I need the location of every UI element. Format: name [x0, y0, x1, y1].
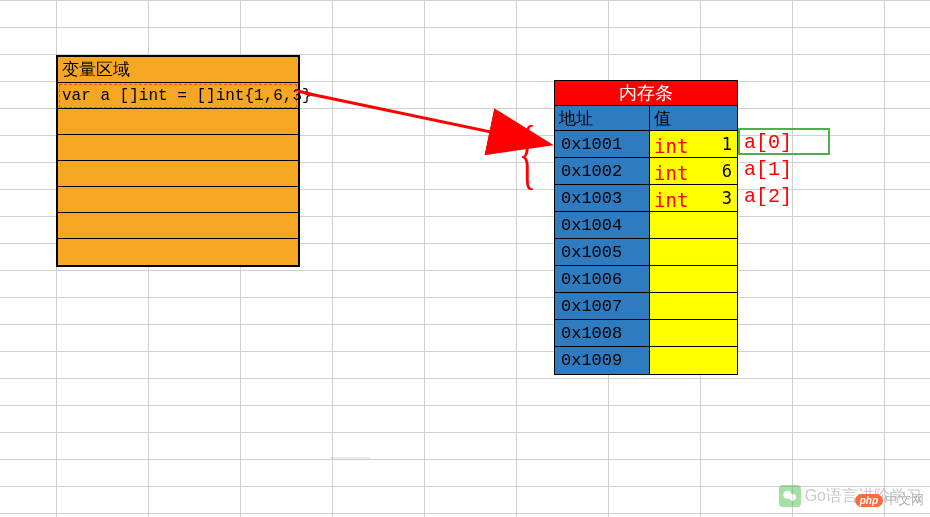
variable-region-block: 变量区域 var a []int = []int{1,6,3} — [56, 55, 300, 267]
watermark-site-text: 中文网 — [885, 491, 924, 509]
memory-table-title: 内存条 — [555, 81, 737, 106]
array-index-label: a[2] — [744, 185, 792, 208]
memory-row: 0x1007 — [555, 293, 737, 320]
memory-row: 0x1005 — [555, 239, 737, 266]
variable-region-title: 变量区域 — [58, 57, 298, 83]
memory-value-number: 3 — [722, 188, 732, 208]
memory-value — [650, 347, 737, 374]
memory-value: int 3 — [650, 185, 737, 212]
memory-address: 0x1002 — [555, 158, 650, 185]
brace-icon: { — [519, 110, 536, 200]
memory-row: 0x1008 — [555, 320, 737, 347]
memory-row: 0x1004 — [555, 212, 737, 239]
memory-address: 0x1009 — [555, 347, 650, 374]
wechat-icon — [779, 485, 801, 507]
memory-col-value: 值 — [650, 106, 737, 131]
memory-address: 0x1003 — [555, 185, 650, 212]
memory-value — [650, 239, 737, 266]
memory-address: 0x1007 — [555, 293, 650, 320]
memory-value-number: 6 — [722, 161, 732, 181]
memory-type-tag: int — [654, 189, 688, 211]
memory-value — [650, 320, 737, 347]
variable-region-empty — [58, 187, 298, 213]
memory-address: 0x1006 — [555, 266, 650, 293]
memory-value-number: 1 — [722, 134, 732, 154]
memory-table: 内存条 地址 值 0x1001 int 1 0x1002 int 6 0x100… — [554, 80, 738, 375]
memory-type-tag: int — [654, 162, 688, 184]
variable-region-empty — [58, 213, 298, 239]
memory-row: 0x1009 — [555, 347, 737, 374]
variable-region-empty — [58, 239, 298, 265]
array-index-label: a[0] — [744, 131, 792, 154]
memory-col-address: 地址 — [555, 106, 650, 131]
memory-table-header: 地址 值 — [555, 106, 737, 131]
php-badge-icon: php — [855, 494, 883, 507]
memory-address: 0x1004 — [555, 212, 650, 239]
memory-row: 0x1001 int 1 — [555, 131, 737, 158]
memory-type-tag: int — [654, 135, 688, 157]
memory-address: 0x1008 — [555, 320, 650, 347]
memory-address: 0x1005 — [555, 239, 650, 266]
memory-row: 0x1003 int 3 — [555, 185, 737, 212]
variable-region-empty — [58, 109, 298, 135]
memory-value: int 1 — [650, 131, 737, 158]
memory-value — [650, 212, 737, 239]
memory-address: 0x1001 — [555, 131, 650, 158]
svg-point-4 — [789, 494, 796, 501]
memory-row: 0x1002 int 6 — [555, 158, 737, 185]
watermark-site: php 中文网 — [855, 491, 924, 509]
array-index-label: a[1] — [744, 158, 792, 181]
memory-row: 0x1006 — [555, 266, 737, 293]
variable-region-empty — [58, 135, 298, 161]
variable-region-empty — [58, 161, 298, 187]
memory-value — [650, 266, 737, 293]
memory-value: int 6 — [650, 158, 737, 185]
memory-value — [650, 293, 737, 320]
variable-region-code: var a []int = []int{1,6,3} — [58, 83, 298, 109]
